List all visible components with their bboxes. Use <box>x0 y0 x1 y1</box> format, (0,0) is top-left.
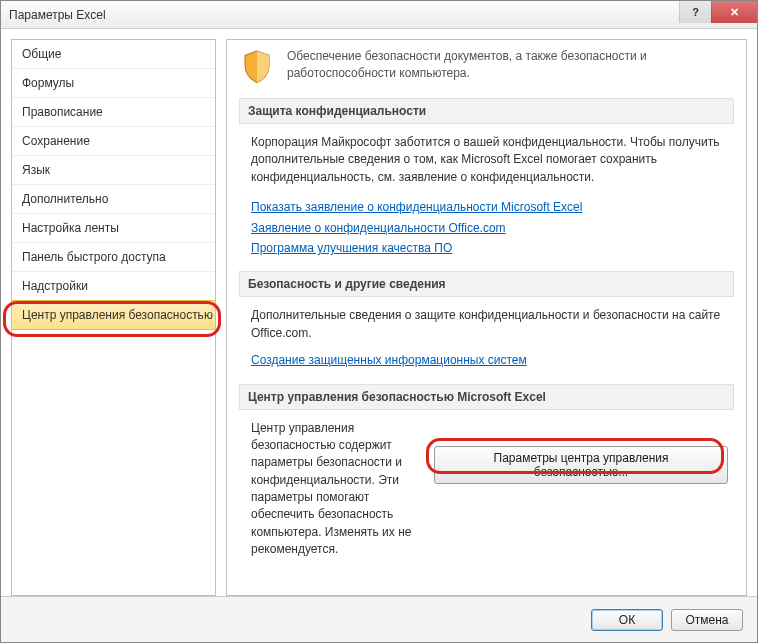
link-privacy-excel[interactable]: Показать заявление о конфиденциальности … <box>251 199 582 216</box>
section-header-security: Безопасность и другие сведения <box>239 271 734 297</box>
section-body-security: Дополнительные сведения о защите конфиде… <box>239 307 734 383</box>
content-panel: Обеспечение безопасности документов, а т… <box>226 39 747 596</box>
section-body-trust-center: Центр управления безопасностью содержит … <box>239 420 734 573</box>
sidebar-item-formulas[interactable]: Формулы <box>12 69 215 98</box>
sidebar-item-proofing[interactable]: Правописание <box>12 98 215 127</box>
sidebar-item-addins[interactable]: Надстройки <box>12 272 215 301</box>
sidebar-item-label: Центр управления безопасностью <box>22 308 213 322</box>
link-ceip[interactable]: Программа улучшения качества ПО <box>251 240 452 257</box>
sidebar-item-label: Дополнительно <box>22 192 108 206</box>
intro-text: Обеспечение безопасности документов, а т… <box>287 48 734 82</box>
sidebar-item-label: Язык <box>22 163 50 177</box>
close-button[interactable] <box>711 1 757 23</box>
section-body-privacy: Корпорация Майкрософт заботится о вашей … <box>239 134 734 271</box>
sidebar-item-save[interactable]: Сохранение <box>12 127 215 156</box>
sidebar-item-advanced[interactable]: Дополнительно <box>12 185 215 214</box>
sidebar-item-label: Сохранение <box>22 134 90 148</box>
sidebar-item-label: Правописание <box>22 105 103 119</box>
sidebar-item-label: Настройка ленты <box>22 221 119 235</box>
sidebar-item-trust-center[interactable]: Центр управления безопасностью <box>11 300 216 330</box>
dialog-window: Параметры Excel Общие Формулы Правописан… <box>0 0 758 643</box>
shield-icon <box>239 48 275 84</box>
sidebar: Общие Формулы Правописание Сохранение Яз… <box>11 39 216 596</box>
sidebar-item-label: Общие <box>22 47 61 61</box>
dialog-body: Общие Формулы Правописание Сохранение Яз… <box>1 29 757 596</box>
sidebar-item-label: Панель быстрого доступа <box>22 250 166 264</box>
security-text: Дополнительные сведения о защите конфиде… <box>251 307 728 342</box>
sidebar-item-language[interactable]: Язык <box>12 156 215 185</box>
window-title: Параметры Excel <box>9 8 106 22</box>
trust-center-settings-button[interactable]: Параметры центра управления безопасность… <box>434 446 728 484</box>
titlebar: Параметры Excel <box>1 1 757 29</box>
sidebar-item-general[interactable]: Общие <box>12 40 215 69</box>
sidebar-item-customize-ribbon[interactable]: Настройка ленты <box>12 214 215 243</box>
cancel-button[interactable]: Отмена <box>671 609 743 631</box>
sidebar-item-label: Надстройки <box>22 279 88 293</box>
privacy-text: Корпорация Майкрософт заботится о вашей … <box>251 134 728 186</box>
dialog-footer: ОК Отмена <box>1 596 757 642</box>
help-button[interactable] <box>679 1 711 23</box>
link-privacy-officecom[interactable]: Заявление о конфиденциальности Office.co… <box>251 220 506 237</box>
trust-center-desc: Центр управления безопасностью содержит … <box>251 420 416 559</box>
intro-row: Обеспечение безопасности документов, а т… <box>239 48 734 84</box>
ok-button[interactable]: ОК <box>591 609 663 631</box>
link-trustworthy-computing[interactable]: Создание защищенных информационных систе… <box>251 352 527 369</box>
sidebar-item-label: Формулы <box>22 76 74 90</box>
section-header-privacy: Защита конфиденциальности <box>239 98 734 124</box>
section-header-trust-center: Центр управления безопасностью Microsoft… <box>239 384 734 410</box>
sidebar-item-quick-access[interactable]: Панель быстрого доступа <box>12 243 215 272</box>
